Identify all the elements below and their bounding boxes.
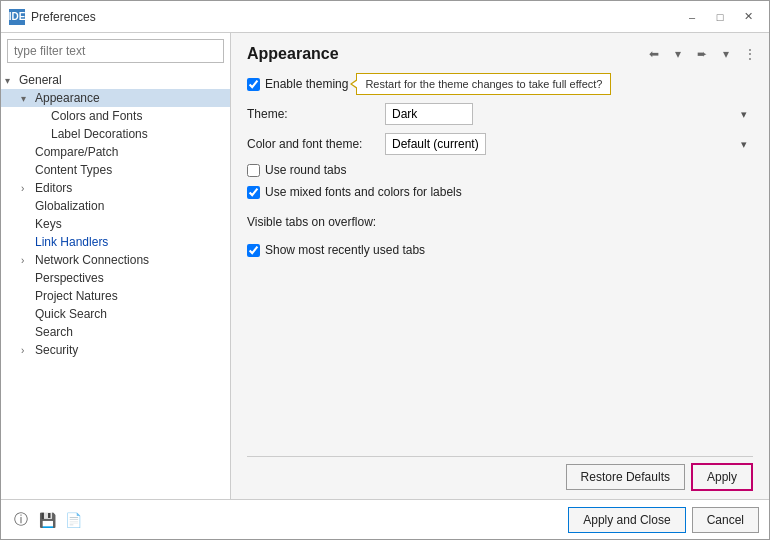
tree-item-keys[interactable]: Keys [1,215,230,233]
apply-close-button[interactable]: Apply and Close [568,507,685,533]
tree-item-label: Link Handlers [35,235,108,249]
tree-item-compare-patch[interactable]: Compare/Patch [1,143,230,161]
app-icon: IDE [9,9,25,25]
round-tabs-row: Use round tabs [247,163,753,177]
close-button[interactable]: ✕ [735,7,761,27]
recently-used-checkbox[interactable] [247,244,260,257]
color-font-theme-select-wrapper: Default (current) Classic High Contrast [385,133,753,155]
cancel-button[interactable]: Cancel [692,507,759,533]
tree-item-security[interactable]: ›Security [1,341,230,359]
tree-item-general[interactable]: ▾General [1,71,230,89]
tree-item-label: Compare/Patch [35,145,118,159]
footer-actions: Apply and Close Cancel [568,507,759,533]
theme-select[interactable]: Dark Light Classic High Contrast [385,103,473,125]
enable-theming-checkbox[interactable] [247,78,260,91]
tree-item-label-decorations[interactable]: Label Decorations [1,125,230,143]
theme-label: Theme: [247,107,377,121]
back-button[interactable]: ⬅ [643,43,665,65]
tree-item-network-connections[interactable]: ›Network Connections [1,251,230,269]
color-font-theme-label: Color and font theme: [247,137,377,151]
tree-item-label: Label Decorations [51,127,148,141]
title-bar: IDE Preferences – □ ✕ [1,1,769,33]
export-icon[interactable]: 📄 [63,510,83,530]
window-controls: – □ ✕ [679,7,761,27]
bottom-bar: Restore Defaults Apply [247,456,753,491]
tree-item-label: Perspectives [35,271,104,285]
tree-item-label: Search [35,325,73,339]
tree-item-label: Globalization [35,199,104,213]
tree-item-search[interactable]: Search [1,323,230,341]
tree-item-label: Editors [35,181,72,195]
filter-input[interactable] [7,39,224,63]
window-title: Preferences [31,10,679,24]
tree-item-link-handlers[interactable]: Link Handlers [1,233,230,251]
enable-theming-row: Enable theming Restart for the theme cha… [247,73,753,95]
tree-item-label: Appearance [35,91,100,105]
theme-select-wrapper: Dark Light Classic High Contrast [385,103,753,125]
left-panel: ▾General▾AppearanceColors and FontsLabel… [1,33,231,499]
tree-arrow: › [21,345,35,356]
round-tabs-label[interactable]: Use round tabs [247,163,346,177]
color-font-theme-select[interactable]: Default (current) Classic High Contrast [385,133,486,155]
enable-theming-text: Enable theming [265,77,348,91]
tree-item-globalization[interactable]: Globalization [1,197,230,215]
tree-container: ▾General▾AppearanceColors and FontsLabel… [1,69,230,499]
tree-item-label: Security [35,343,78,357]
more-button[interactable]: ⋮ [739,43,761,65]
apply-button[interactable]: Apply [691,463,753,491]
minimize-button[interactable]: – [679,7,705,27]
maximize-button[interactable]: □ [707,7,733,27]
forward-button[interactable]: ➨ [691,43,713,65]
forward-dropdown-button[interactable]: ▾ [715,43,737,65]
mixed-fonts-label[interactable]: Use mixed fonts and colors for labels [247,185,462,199]
enable-theming-label[interactable]: Enable theming [247,77,348,91]
tree-item-label: Network Connections [35,253,149,267]
footer-icons: ⓘ 💾 📄 [11,510,83,530]
tree-item-label: Keys [35,217,62,231]
separator1 [247,207,753,215]
mixed-fonts-checkbox[interactable] [247,186,260,199]
tooltip-text: Restart for the theme changes to take fu… [365,78,602,90]
toolbar-icons: ⬅ ▾ ➨ ▾ ⋮ [643,43,761,65]
round-tabs-text: Use round tabs [265,163,346,177]
footer: ⓘ 💾 📄 Apply and Close Cancel [1,499,769,539]
tooltip-bubble: Restart for the theme changes to take fu… [356,73,611,95]
form-area: Enable theming Restart for the theme cha… [247,73,753,452]
tree-item-label: Project Natures [35,289,118,303]
mixed-fonts-text: Use mixed fonts and colors for labels [265,185,462,199]
tree-arrow: › [21,255,35,266]
tree-arrow: ▾ [5,75,19,86]
visible-tabs-row: Visible tabs on overflow: [247,215,753,235]
tree-arrow: › [21,183,35,194]
preferences-window: IDE Preferences – □ ✕ ▾General▾Appearanc… [0,0,770,540]
tree-arrow: ▾ [21,93,35,104]
tree-item-content-types[interactable]: Content Types [1,161,230,179]
tree-item-project-natures[interactable]: Project Natures [1,287,230,305]
tree-item-appearance-parent[interactable]: ▾Appearance [1,89,230,107]
color-font-theme-row: Color and font theme: Default (current) … [247,133,753,155]
tree-item-perspectives[interactable]: Perspectives [1,269,230,287]
import-icon[interactable]: 💾 [37,510,57,530]
help-icon[interactable]: ⓘ [11,510,31,530]
main-content: ▾General▾AppearanceColors and FontsLabel… [1,33,769,499]
theme-row: Theme: Dark Light Classic High Contrast [247,103,753,125]
tree-item-editors[interactable]: ›Editors [1,179,230,197]
recently-used-label[interactable]: Show most recently used tabs [247,243,425,257]
right-panel: ⬅ ▾ ➨ ▾ ⋮ Appearance Enable theming Rest… [231,33,769,499]
tree-item-colors-fonts[interactable]: Colors and Fonts [1,107,230,125]
restore-defaults-button[interactable]: Restore Defaults [566,464,685,490]
visible-tabs-label: Visible tabs on overflow: [247,215,376,229]
dropdown-button[interactable]: ▾ [667,43,689,65]
tree-item-label: Colors and Fonts [51,109,142,123]
recently-used-text: Show most recently used tabs [265,243,425,257]
tree-item-quick-search[interactable]: Quick Search [1,305,230,323]
tree-item-label: Content Types [35,163,112,177]
recently-used-row: Show most recently used tabs [247,243,753,257]
mixed-fonts-row: Use mixed fonts and colors for labels [247,185,753,199]
tree-item-label: Quick Search [35,307,107,321]
round-tabs-checkbox[interactable] [247,164,260,177]
tree-item-label: General [19,73,62,87]
